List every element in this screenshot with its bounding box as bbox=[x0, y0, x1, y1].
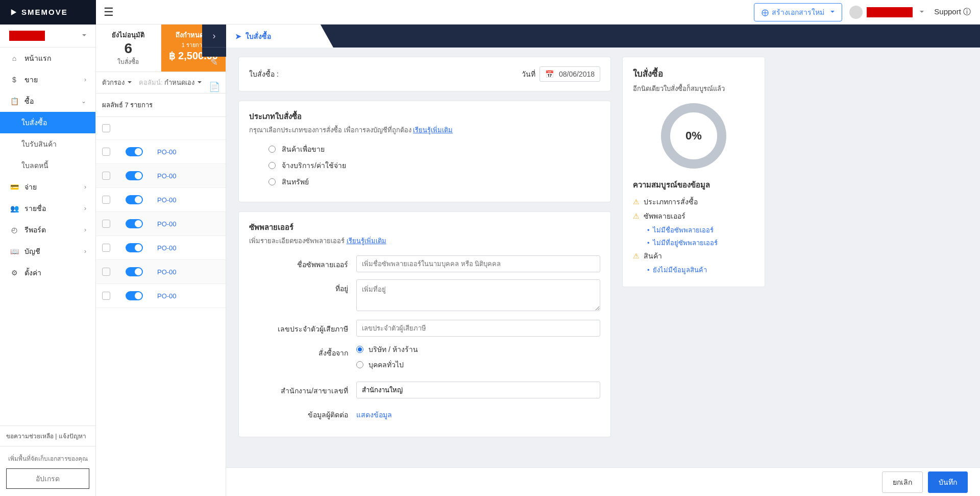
edit-icon[interactable]: ✎ bbox=[210, 57, 218, 68]
section-desc: เพิ่มรายละเอียดของซัพพลายเออร์ เรียนรู้เ… bbox=[249, 235, 600, 246]
nav-contacts[interactable]: 👥รายชื่อ› bbox=[0, 198, 95, 219]
row-toggle[interactable] bbox=[126, 171, 143, 180]
nav-account[interactable]: 📖บัญชี› bbox=[0, 241, 95, 262]
po-link[interactable]: PO-00 bbox=[157, 172, 177, 180]
chevron-down-icon bbox=[194, 79, 202, 86]
order-from-person[interactable]: บุคคลทั่วไป bbox=[356, 359, 600, 370]
support-link[interactable]: Support ⓘ bbox=[934, 7, 971, 17]
column-dropdown[interactable]: คอลัมน์: กำหนดเอง bbox=[139, 77, 202, 88]
field-label: ชื่อซัพพลายเออร์ bbox=[249, 255, 356, 270]
editor-tabstrip: › ✎ 📄 ➤ ใบสั่งซื้อ bbox=[226, 25, 980, 48]
row-checkbox[interactable] bbox=[102, 292, 110, 300]
row-checkbox[interactable] bbox=[102, 148, 110, 156]
checklist-item: ⚠ประเภทการสั่งซื้อ bbox=[633, 196, 754, 207]
address-textarea[interactable] bbox=[356, 279, 600, 311]
nav-buy-receive[interactable]: ใบรับสินค้า bbox=[0, 133, 95, 155]
logo[interactable]: SMEMOVE bbox=[0, 0, 96, 25]
stat-pending[interactable]: ยังไม่อนุมัติ 6 ใบสั่งซื้อ bbox=[96, 25, 161, 72]
dollar-icon: $ bbox=[9, 76, 19, 84]
learn-more-link[interactable]: เรียนรู้เพิ่มเติม bbox=[413, 126, 453, 134]
stat-sub: ใบสั่งซื้อ bbox=[100, 57, 157, 66]
row-checkbox[interactable] bbox=[102, 268, 110, 276]
table-row[interactable]: PO-00 bbox=[96, 188, 226, 212]
po-link[interactable]: PO-00 bbox=[157, 196, 177, 204]
checkbox-all[interactable] bbox=[102, 124, 110, 132]
row-toggle[interactable] bbox=[126, 291, 143, 300]
upgrade-button[interactable]: อัปเกรด bbox=[6, 468, 89, 489]
row-toggle[interactable] bbox=[126, 243, 143, 252]
tab-po[interactable]: ➤ ใบสั่งซื้อ bbox=[226, 25, 333, 48]
company-selector[interactable] bbox=[0, 25, 95, 48]
user-menu[interactable] bbox=[849, 6, 924, 19]
nav-report[interactable]: ◴รีพอร์ต› bbox=[0, 219, 95, 241]
po-type-option[interactable]: สินทรัพย์ bbox=[268, 176, 600, 187]
calendar-icon: 📅 bbox=[545, 70, 554, 78]
row-checkbox[interactable] bbox=[102, 172, 110, 180]
filters-row: ตัวกรอง คอลัมน์: กำหนดเอง bbox=[96, 72, 226, 93]
checklist-subitem[interactable]: ไม่มีชื่อซัพพลายเออร์ bbox=[647, 225, 754, 235]
radio-icon bbox=[268, 178, 276, 185]
warning-icon: ⚠ bbox=[633, 212, 640, 220]
topbar: SMEMOVE ☰ ⨁ สร้างเอกสารใหม่ Support ⓘ bbox=[0, 0, 980, 25]
row-toggle[interactable] bbox=[126, 147, 143, 156]
checklist-subitem[interactable]: ยังไม่มีข้อมูลสินค้า bbox=[647, 265, 754, 275]
field-label: สำนักงาน/สาขาเลขที่ bbox=[249, 382, 356, 396]
supplier-card: ซัพพลายเออร์ เพิ่มรายละเอียดของซัพพลายเอ… bbox=[238, 211, 611, 437]
supplier-name-input[interactable] bbox=[356, 255, 600, 272]
field-label: ที่อยู่ bbox=[249, 279, 356, 294]
branch-input[interactable] bbox=[356, 382, 600, 398]
nav-settings[interactable]: ⚙ตั้งค่า bbox=[0, 262, 95, 284]
po-link[interactable]: PO-00 bbox=[157, 244, 177, 252]
sidebar: ⌂หน้าแรก $ขาย› 📋ซื้อ⌄ ใบสั่งซื้อ ใบรับสิ… bbox=[0, 25, 96, 496]
nav-buy-po[interactable]: ใบสั่งซื้อ bbox=[0, 112, 95, 133]
nav-buy-cn[interactable]: ใบลดหนี้ bbox=[0, 155, 95, 176]
form-row-address: ที่อยู่ bbox=[249, 279, 600, 313]
po-type-option[interactable]: สินค้าเพื่อขาย bbox=[268, 144, 600, 155]
learn-more-link[interactable]: เรียนรู้เพิ่มเติม bbox=[347, 237, 386, 245]
date-input[interactable]: 📅 08/06/2018 bbox=[540, 66, 600, 82]
option-label: จ้างบริการ/ค่าใช้จ่าย bbox=[282, 160, 346, 171]
po-type-option[interactable]: จ้างบริการ/ค่าใช้จ่าย bbox=[268, 160, 600, 171]
table-row[interactable]: PO-00 bbox=[96, 284, 226, 308]
cancel-button[interactable]: ยกเลิก bbox=[882, 471, 923, 493]
nav-pay[interactable]: 💳จ่าย› bbox=[0, 176, 95, 198]
row-toggle[interactable] bbox=[126, 219, 143, 228]
tax-id-input[interactable] bbox=[356, 320, 600, 337]
table-row[interactable]: PO-00 bbox=[96, 140, 226, 164]
order-from-company[interactable]: บริษัท / ห้างร้าน bbox=[356, 344, 600, 355]
info-column: ใบสั่งซื้อ อีกนิดเดียวใบสั่งซื้อก็สมบูรณ… bbox=[622, 57, 765, 460]
document-icon[interactable]: 📄 bbox=[209, 81, 220, 92]
nav-sell[interactable]: $ขาย› bbox=[0, 69, 95, 90]
nav-home[interactable]: ⌂หน้าแรก bbox=[0, 48, 95, 69]
row-toggle[interactable] bbox=[126, 195, 143, 204]
sidebar-help-link[interactable]: ขอความช่วยเหลือ | แจ้งปัญหา bbox=[0, 426, 95, 446]
row-checkbox[interactable] bbox=[102, 220, 110, 228]
table-row[interactable]: PO-00 bbox=[96, 212, 226, 236]
clipboard-icon: 📋 bbox=[9, 97, 19, 105]
hamburger-icon[interactable]: ☰ bbox=[96, 6, 121, 19]
po-link[interactable]: PO-00 bbox=[157, 220, 177, 228]
po-editor-panel: › ✎ 📄 ➤ ใบสั่งซื้อ ใบสั่งซื้อ : วันที่ 📅… bbox=[226, 25, 980, 496]
table-row[interactable]: PO-00 bbox=[96, 260, 226, 284]
filter-dropdown[interactable]: ตัวกรอง bbox=[102, 77, 132, 88]
show-contact-link[interactable]: แสดงข้อมูล bbox=[356, 406, 392, 420]
contacts-icon: 👥 bbox=[9, 204, 19, 212]
table-row[interactable]: PO-00 bbox=[96, 164, 226, 188]
nav-buy[interactable]: 📋ซื้อ⌄ bbox=[0, 90, 95, 112]
table-row[interactable]: PO-00 bbox=[96, 236, 226, 260]
section-desc: กรุณาเลือกประเภทของการสั่งซื้อ เพื่อการล… bbox=[249, 125, 600, 135]
form-row-branch: สำนักงาน/สาขาเลขที่ bbox=[249, 382, 600, 398]
po-link[interactable]: PO-00 bbox=[157, 148, 177, 156]
new-document-button[interactable]: ⨁ สร้างเอกสารใหม่ bbox=[754, 3, 842, 21]
section-title: ซัพพลายเออร์ bbox=[249, 221, 600, 233]
po-link[interactable]: PO-00 bbox=[157, 268, 177, 276]
row-checkbox[interactable] bbox=[102, 244, 110, 252]
save-button[interactable]: บันทึก bbox=[928, 471, 968, 493]
sidebar-upgrade-section: เพิ่มพื้นที่จัดเก็บเอกสารของคุณ อัปเกรด bbox=[0, 446, 95, 496]
checklist-subitem[interactable]: ไม่มีที่อยู่ซัพพลายเออร์ bbox=[647, 238, 754, 248]
row-toggle[interactable] bbox=[126, 267, 143, 276]
collapse-panel-button[interactable]: › bbox=[202, 25, 226, 48]
po-link[interactable]: PO-00 bbox=[157, 292, 177, 300]
row-checkbox[interactable] bbox=[102, 196, 110, 204]
chevron-down-icon bbox=[827, 8, 835, 16]
